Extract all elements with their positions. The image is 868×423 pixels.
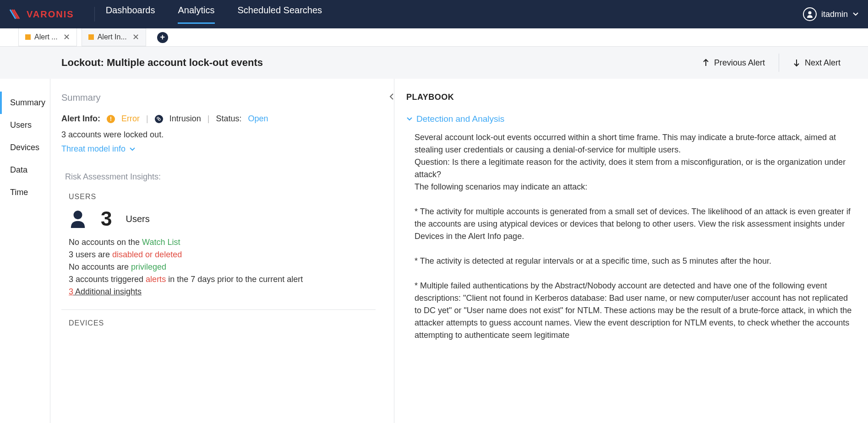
playbook-section-toggle[interactable]: Detection and Analysis <box>406 114 856 124</box>
tab-alert-2[interactable]: Alert In... ✕ <box>82 28 146 46</box>
nav-dashboards[interactable]: Dashboards <box>106 5 155 24</box>
title-bar: Lockout: Multiple account lock-out event… <box>0 47 868 79</box>
avatar <box>803 7 817 21</box>
sidebar-item-time[interactable]: Time <box>0 181 50 204</box>
risk-heading: Risk Assessment Insights: <box>61 172 383 182</box>
arrow-up-icon <box>702 59 710 67</box>
summary-heading: Summary <box>61 92 383 103</box>
users-count-widget: 3 Users <box>61 207 383 230</box>
divider: | <box>146 114 148 124</box>
sidebar-item-summary[interactable]: Summary <box>0 92 50 114</box>
separator <box>61 309 376 310</box>
summary-text: 3 accounts were locked out. <box>61 130 383 140</box>
user-name: itadmin <box>821 10 848 19</box>
playbook-heading: PLAYBOOK <box>406 92 856 102</box>
additional-insights-link[interactable]: 3 Additional insights <box>61 287 383 297</box>
tab-alert-1[interactable]: Alert ... ✕ <box>18 28 77 46</box>
threat-model-link[interactable]: Threat model info <box>61 144 136 154</box>
playbook-body: Several account lock-out events occurred… <box>406 131 856 342</box>
nav-scheduled[interactable]: Scheduled Searches <box>238 5 322 24</box>
devices-heading: DEVICES <box>61 319 383 327</box>
playbook-section-title: Detection and Analysis <box>416 114 504 124</box>
playbook-panel: PLAYBOOK Detection and Analysis Several … <box>394 79 868 423</box>
summary-panel: Summary Alert Info: ! Error | Intrusion … <box>50 79 394 423</box>
threat-model-label: Threat model info <box>61 144 126 154</box>
alert-nav: Previous Alert Next Alert <box>688 54 854 72</box>
alert-severity-icon <box>88 34 94 40</box>
sidebar-item-devices[interactable]: Devices <box>0 136 50 159</box>
divider: | <box>207 114 210 124</box>
insight-disabled: 3 users are disabled or deleted <box>61 250 383 260</box>
prev-alert-label: Previous Alert <box>714 58 765 68</box>
page-title: Lockout: Multiple account lock-out event… <box>61 57 263 69</box>
arrow-down-icon <box>793 59 800 67</box>
intrusion-text: Intrusion <box>169 114 201 124</box>
tab-label: Alert ... <box>34 33 58 41</box>
add-tab-button[interactable]: + <box>157 28 168 46</box>
status-value[interactable]: Open <box>248 114 268 124</box>
sidebar: Summary Users Devices Data Time <box>0 79 50 423</box>
svg-point-0 <box>808 11 811 15</box>
user-menu[interactable]: itadmin <box>803 7 859 21</box>
svg-point-2 <box>158 119 160 120</box>
close-icon[interactable]: ✕ <box>63 32 70 42</box>
chevron-down-icon <box>852 12 859 16</box>
sidebar-item-users[interactable]: Users <box>0 114 50 136</box>
next-alert-button[interactable]: Next Alert <box>779 58 854 68</box>
user-icon <box>806 11 813 18</box>
users-heading: USERS <box>61 193 383 201</box>
insight-alerts: 3 accounts triggered alerts in the 7 day… <box>61 275 383 284</box>
chevron-down-icon <box>406 117 413 121</box>
insight-watchlist: No accounts on the Watch List <box>61 238 383 247</box>
top-nav: VARONIS Dashboards Analytics Scheduled S… <box>0 0 868 28</box>
main-content: Summary Users Devices Data Time Summary … <box>0 79 868 423</box>
plus-icon: + <box>157 32 168 43</box>
insight-privileged: No accounts are privileged <box>61 262 383 272</box>
status-label: Status: <box>216 114 241 124</box>
alert-info-row: Alert Info: ! Error | Intrusion | Status… <box>61 114 383 124</box>
alert-info-label: Alert Info: <box>61 114 100 124</box>
close-icon[interactable]: ✕ <box>132 32 139 42</box>
tab-bar: Alert ... ✕ Alert In... ✕ + <box>0 28 868 47</box>
previous-alert-button[interactable]: Previous Alert <box>688 58 779 68</box>
tab-label: Alert In... <box>98 33 127 41</box>
alert-severity-icon <box>25 34 31 40</box>
nav-analytics[interactable]: Analytics <box>178 5 214 24</box>
error-icon: ! <box>107 115 115 123</box>
sidebar-item-data[interactable]: Data <box>0 159 50 181</box>
logo-text: VARONIS <box>27 9 74 20</box>
nav-separator <box>94 7 95 22</box>
user-icon <box>69 210 87 228</box>
chevron-left-icon <box>389 92 394 101</box>
intrusion-icon <box>155 115 163 123</box>
chevron-down-icon <box>129 147 136 152</box>
logo[interactable]: VARONIS <box>9 9 74 20</box>
logo-icon <box>9 9 24 20</box>
users-count: 3 <box>101 207 112 230</box>
collapse-playbook-button[interactable] <box>389 92 394 101</box>
svg-point-3 <box>73 211 82 219</box>
next-alert-label: Next Alert <box>805 58 841 68</box>
error-text: Error <box>121 114 140 124</box>
users-label: Users <box>126 214 149 224</box>
nav-links: Dashboards Analytics Scheduled Searches <box>106 5 322 24</box>
